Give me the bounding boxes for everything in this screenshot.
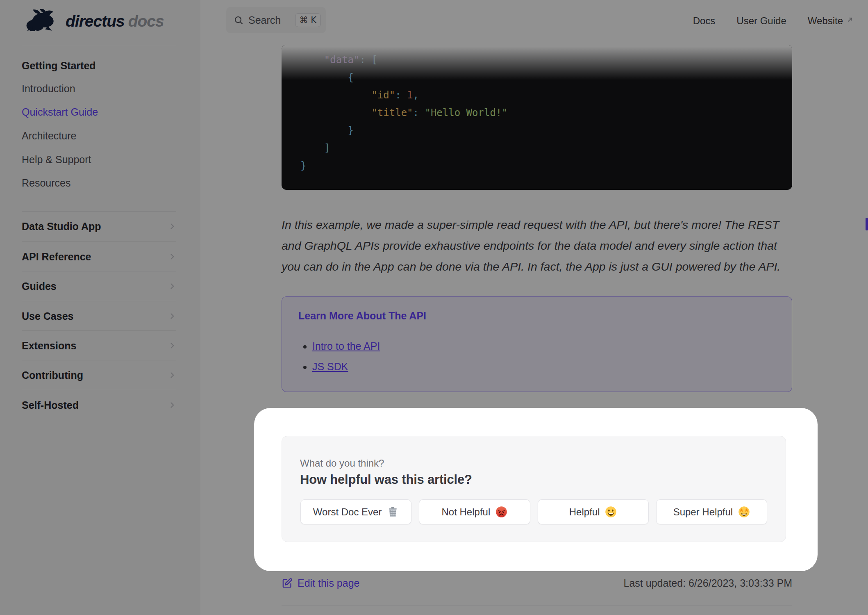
sidebar-section-label: Use Cases bbox=[22, 310, 73, 322]
callout-title: Learn More About The API bbox=[298, 310, 775, 322]
sidebar-section-label: Self-Hosted bbox=[22, 399, 79, 411]
sidebar-section-label: Extensions bbox=[22, 340, 76, 352]
logo-wordmark: directusdocs bbox=[66, 12, 164, 30]
logo-suffix: docs bbox=[128, 12, 164, 30]
list-item: Intro to the API bbox=[312, 339, 775, 353]
sidebar-top-divider bbox=[22, 45, 176, 45]
divider bbox=[22, 211, 176, 212]
divider bbox=[22, 301, 176, 301]
sidebar-item-introduction[interactable]: Introduction bbox=[22, 82, 75, 96]
feedback-button-label: Helpful bbox=[569, 506, 600, 518]
top-nav: Docs User Guide Website bbox=[693, 7, 854, 34]
sidebar-section-label: API Reference bbox=[22, 251, 91, 263]
chevron-right-icon bbox=[168, 222, 176, 230]
link-js-sdk[interactable]: JS SDK bbox=[312, 361, 348, 372]
feedback-button-worst-doc-ever[interactable]: Worst Doc Ever bbox=[300, 499, 411, 524]
sidebar-item-resources[interactable]: Resources bbox=[22, 176, 71, 190]
feedback-card: What do you think? How helpful was this … bbox=[282, 436, 786, 542]
last-updated: Last updated: 6/26/2023, 3:03:33 PM bbox=[624, 577, 792, 589]
nav-link-label: Website bbox=[808, 15, 843, 27]
divider bbox=[22, 390, 176, 390]
learn-more-callout: Learn More About The API Intro to the AP… bbox=[282, 296, 792, 392]
search-shortcut: ⌘ K bbox=[295, 13, 321, 27]
nav-link-user-guide[interactable]: User Guide bbox=[736, 15, 786, 27]
sidebar-item-help-support[interactable]: Help & Support bbox=[22, 153, 91, 166]
scrollbar-thumb[interactable] bbox=[866, 218, 868, 230]
directus-rabbit-icon bbox=[25, 9, 59, 34]
callout-link-list: Intro to the API JS SDK bbox=[298, 339, 775, 374]
feedback-button-super-helpful[interactable]: Super Helpful bbox=[656, 499, 767, 524]
nav-link-website[interactable]: Website bbox=[808, 15, 854, 27]
page-footer: Edit this page Last updated: 6/26/2023, … bbox=[282, 575, 792, 591]
logo[interactable]: directusdocs bbox=[25, 9, 164, 34]
list-item: JS SDK bbox=[312, 360, 775, 374]
feedback-spotlight: What do you think? How helpful was this … bbox=[254, 408, 818, 571]
search-icon bbox=[234, 15, 243, 25]
sidebar-section-use-cases[interactable]: Use Cases bbox=[22, 309, 176, 323]
sidebar-section-self-hosted[interactable]: Self-Hosted bbox=[22, 398, 176, 412]
search-label: Search bbox=[248, 14, 281, 26]
sidebar-section-data-studio-app[interactable]: Data Studio App bbox=[22, 219, 176, 234]
divider bbox=[22, 360, 176, 360]
chevron-right-icon bbox=[168, 342, 176, 350]
chevron-right-icon bbox=[168, 401, 176, 409]
divider bbox=[22, 271, 176, 271]
edit-pencil-icon bbox=[282, 578, 293, 589]
page: directusdocs Getting Started Introductio… bbox=[0, 0, 868, 615]
edit-this-page-link[interactable]: Edit this page bbox=[282, 577, 360, 589]
code-block: "data": [ { "id": 1, "title": "Hello Wor… bbox=[282, 45, 792, 190]
chevron-right-icon bbox=[168, 312, 176, 320]
search-button[interactable]: Search ⌘ K bbox=[226, 7, 326, 33]
star-struck-emoji-icon bbox=[738, 506, 750, 518]
angry-face-emoji-icon bbox=[495, 506, 507, 518]
sidebar-item-architecture[interactable]: Architecture bbox=[22, 129, 76, 143]
code-snippet: "data": [ { "id": 1, "title": "Hello Wor… bbox=[282, 45, 792, 175]
sidebar-section-label: Data Studio App bbox=[22, 221, 101, 232]
feedback-button-label: Super Helpful bbox=[673, 506, 733, 518]
feedback-caption: What do you think? bbox=[300, 458, 384, 469]
sidebar-section-contributing[interactable]: Contributing bbox=[22, 368, 176, 383]
smiley-face-emoji-icon bbox=[605, 506, 617, 518]
nav-link-docs[interactable]: Docs bbox=[693, 15, 716, 27]
sidebar-section-label: Contributing bbox=[22, 369, 83, 381]
feedback-button-label: Not Helpful bbox=[442, 506, 491, 518]
external-link-icon bbox=[846, 16, 854, 24]
divider bbox=[282, 606, 792, 606]
nav-link-label: User Guide bbox=[736, 15, 786, 27]
chevron-right-icon bbox=[168, 282, 176, 290]
feedback-title: How helpful was this article? bbox=[300, 472, 472, 487]
chevron-right-icon bbox=[168, 253, 176, 261]
divider bbox=[22, 330, 176, 331]
sidebar-section-label: Guides bbox=[22, 280, 57, 292]
feedback-button-not-helpful[interactable]: Not Helpful bbox=[419, 499, 530, 524]
divider bbox=[22, 241, 176, 242]
logo-name: directus bbox=[66, 12, 125, 30]
feedback-buttons: Worst Doc Ever Not Helpful bbox=[300, 499, 767, 524]
sidebar-section-guides[interactable]: Guides bbox=[22, 279, 176, 294]
sidebar-section-extensions[interactable]: Extensions bbox=[22, 338, 176, 353]
feedback-button-helpful[interactable]: Helpful bbox=[538, 499, 649, 524]
sidebar-item-quickstart-guide[interactable]: Quickstart Guide bbox=[22, 105, 98, 119]
link-intro-to-the-api[interactable]: Intro to the API bbox=[312, 340, 380, 352]
feedback-button-label: Worst Doc Ever bbox=[313, 506, 382, 518]
sidebar-section-api-reference[interactable]: API Reference bbox=[22, 249, 176, 264]
edit-this-page-label: Edit this page bbox=[298, 577, 360, 589]
nav-link-label: Docs bbox=[693, 15, 716, 27]
chevron-right-icon bbox=[168, 371, 176, 379]
sidebar-section-title: Getting Started bbox=[22, 59, 96, 73]
wastebasket-emoji-icon bbox=[387, 506, 399, 518]
sidebar: directusdocs Getting Started Introductio… bbox=[0, 0, 200, 615]
article-paragraph: In this example, we made a super-simple … bbox=[282, 214, 795, 277]
